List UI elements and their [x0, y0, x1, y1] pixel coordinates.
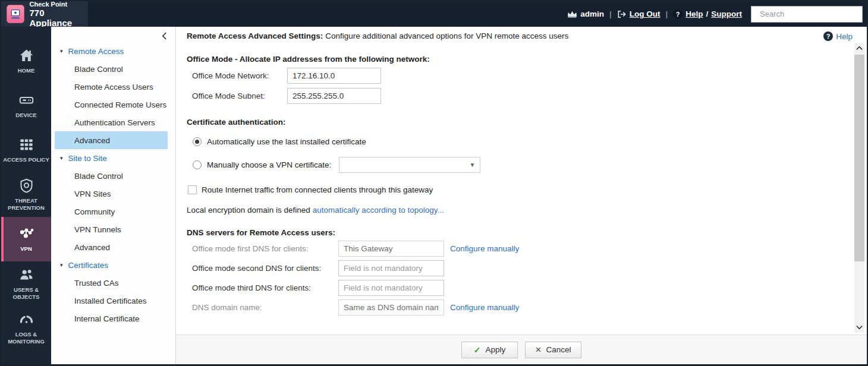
vertical-scrollbar[interactable] — [854, 43, 864, 333]
encryption-domain-row: Local encryption domain is defined autom… — [187, 206, 842, 214]
logout-link[interactable]: Log Out — [630, 10, 661, 18]
dns-domain-input[interactable] — [338, 299, 444, 315]
brand-name: Check Point — [29, 1, 88, 8]
crown-icon — [567, 10, 577, 18]
dns-first-input[interactable] — [338, 241, 444, 257]
chevron-up-icon — [856, 46, 863, 51]
nav-label: VPN — [20, 245, 32, 253]
chevron-down-icon — [856, 325, 863, 330]
office-mode-network-input[interactable] — [287, 68, 381, 84]
search-box[interactable] — [751, 6, 863, 23]
cert-manual-option-row: Manually choose a VPN certificate: ▼ — [193, 157, 842, 173]
nav-label: ACCESS POLICY — [3, 156, 49, 163]
route-traffic-row: Route Internet traffic from connected cl… — [188, 185, 842, 194]
dns-second-row: Office mode second DNS for clients: — [187, 260, 842, 276]
encryption-domain-link[interactable]: automatically according to topology... — [313, 206, 444, 214]
dns-first-configure-link[interactable]: Configure manually — [450, 244, 519, 253]
sidebar-collapse-row — [51, 29, 175, 42]
dns-second-input[interactable] — [338, 260, 444, 276]
sidebar-item-connected-remote-users[interactable]: Connected Remote Users — [51, 96, 175, 113]
nav-item-access-policy[interactable]: ACCESS POLICY — [1, 128, 51, 172]
dns-second-label: Office mode second DNS for clients: — [192, 264, 338, 273]
sidebar-item-advanced-remote-access[interactable]: Advanced — [55, 131, 168, 149]
help-support-group: ? Help / Support — [673, 10, 742, 19]
cancel-button-label: Cancel — [546, 345, 571, 354]
page-title: Remote Access Advanced Settings:Configur… — [187, 31, 568, 40]
apply-button[interactable]: ✓ Apply — [461, 342, 518, 358]
nav-label: HOME — [18, 67, 35, 74]
scroll-down-button[interactable] — [854, 322, 864, 333]
nav-item-logs-monitoring[interactable]: LOGS & MONITORING — [1, 306, 51, 351]
radio-manual-certificate[interactable] — [193, 160, 202, 169]
sidebar-section-certificates[interactable]: ▾ Certificates — [51, 256, 175, 274]
nav-label: DEVICE — [15, 112, 36, 119]
dns-heading: DNS servers for Remote Access users: — [187, 228, 842, 237]
logout-action[interactable]: Log Out — [617, 10, 661, 18]
office-mode-subnet-input[interactable] — [287, 88, 381, 104]
office-mode-network-label: Office Mode Network: — [192, 71, 287, 80]
triangle-down-icon: ▾ — [60, 263, 63, 268]
gauge-icon — [18, 311, 34, 327]
checkpoint-logo-icon — [7, 5, 24, 23]
dns-third-row: Office mode third DNS for clients: — [187, 280, 842, 296]
dns-domain-configure-link[interactable]: Configure manually — [450, 303, 519, 312]
triangle-down-icon: ▾ — [60, 156, 63, 161]
content-help-action[interactable]: ? Help — [823, 31, 853, 41]
sidebar-section-site-to-site[interactable]: ▾ Site to Site — [51, 149, 175, 167]
username: admin — [580, 10, 604, 18]
sidebar-item-vpn-sites[interactable]: VPN Sites — [51, 185, 175, 203]
topbar-actions: admin | Log Out | ? Help / Support — [567, 6, 867, 23]
chevron-left-icon — [162, 32, 167, 40]
collapse-sidebar-button[interactable] — [162, 32, 167, 40]
section-label: Remote Access — [68, 47, 124, 56]
x-icon: × — [536, 346, 542, 354]
scrollbar-track[interactable] — [854, 53, 864, 322]
sidebar-item-authentication-servers[interactable]: Authentication Servers — [51, 113, 175, 131]
nav-item-users-objects[interactable]: USERS & OBJECTS — [1, 261, 51, 306]
primary-nav: HOME DEVICE ACCESS POLICY — [1, 27, 51, 364]
cert-manual-option-label: Manually choose a VPN certificate: — [207, 160, 331, 169]
route-traffic-checkbox[interactable] — [188, 185, 197, 194]
vpn-nodes-icon — [18, 226, 34, 242]
sidebar-item-remote-access-users[interactable]: Remote Access Users — [51, 78, 175, 96]
nav-label: USERS & OBJECTS — [3, 286, 49, 301]
vpn-sidebar: ▾ Remote Access Blade Control Remote Acc… — [51, 27, 176, 364]
sidebar-item-internal-certificate[interactable]: Internal Certificate — [51, 310, 175, 327]
dns-first-label: Office mode first DNS for clients: — [192, 244, 338, 253]
sidebar-section-remote-access[interactable]: ▾ Remote Access — [51, 42, 175, 60]
sidebar-item-vpn-tunnels[interactable]: VPN Tunnels — [51, 220, 175, 238]
user-menu[interactable]: admin — [567, 10, 604, 18]
cancel-button[interactable]: × Cancel — [525, 342, 581, 358]
sidebar-item-advanced-s2s[interactable]: Advanced — [51, 238, 175, 256]
nav-label: THREAT PREVENTION — [3, 197, 49, 212]
section-label: Certificates — [68, 261, 109, 270]
scrollbar-thumb[interactable] — [854, 55, 864, 261]
help-link[interactable]: Help — [685, 10, 703, 18]
main-panel: Remote Access Advanced Settings:Configur… — [176, 27, 867, 364]
nav-item-device[interactable]: DEVICE — [1, 83, 51, 128]
help-icon: ? — [673, 10, 683, 19]
content-help-link[interactable]: Help — [836, 32, 853, 41]
scroll-up-button[interactable] — [854, 43, 864, 53]
dns-third-input[interactable] — [338, 280, 444, 296]
device-icon — [18, 92, 34, 108]
sidebar-item-blade-control-s2s[interactable]: Blade Control — [51, 167, 175, 185]
nav-item-home[interactable]: HOME — [1, 39, 51, 83]
nav-item-threat-prevention[interactable]: THREAT PREVENTION — [1, 172, 51, 217]
office-mode-subnet-label: Office Mode Subnet: — [192, 91, 287, 100]
office-mode-subnet-row: Office Mode Subnet: — [187, 88, 842, 104]
help-icon: ? — [823, 31, 833, 41]
sidebar-item-blade-control[interactable]: Blade Control — [51, 60, 175, 78]
sidebar-item-trusted-cas[interactable]: Trusted CAs — [51, 274, 175, 292]
app-window: Check Point 770 Appliance admin | Log Ou… — [0, 0, 868, 366]
topbar: Check Point 770 Appliance admin | Log Ou… — [1, 1, 867, 27]
sidebar-item-community[interactable]: Community — [51, 203, 175, 220]
vpn-certificate-dropdown[interactable]: ▼ — [339, 157, 480, 173]
radio-auto-certificate[interactable] — [193, 137, 202, 146]
search-input[interactable] — [760, 10, 864, 18]
nav-item-vpn[interactable]: VPN — [1, 217, 51, 261]
support-link[interactable]: Support — [711, 10, 742, 18]
brand-block: Check Point 770 Appliance — [1, 1, 88, 27]
sidebar-item-installed-certificates[interactable]: Installed Certificates — [51, 292, 175, 310]
grid-icon — [18, 137, 34, 153]
